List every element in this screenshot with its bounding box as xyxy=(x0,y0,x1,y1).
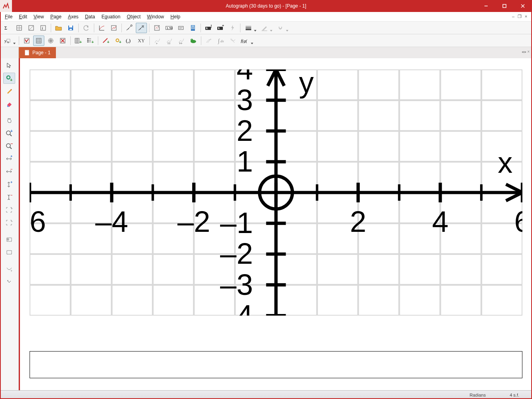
svg-text:+: + xyxy=(10,130,13,133)
whiteboard-button[interactable]: i xyxy=(38,23,49,33)
tab-prev[interactable]: ◂ xyxy=(522,49,524,54)
svg-text:1.50: 1.50 xyxy=(167,26,173,30)
zoom-in-y-tool[interactable]: + xyxy=(3,179,15,190)
grouped-data-button[interactable]: + xyxy=(85,36,96,46)
rect-select-tool[interactable] xyxy=(3,234,15,245)
maximize-button[interactable] xyxy=(495,0,514,12)
keyboard-preferences-button[interactable]: k xyxy=(215,23,226,33)
add-point-button[interactable]: + xyxy=(112,36,123,46)
vector-tool[interactable]: + xyxy=(3,263,15,275)
point-tool[interactable]: + xyxy=(3,73,15,84)
svg-text:6: 6 xyxy=(514,205,522,238)
menu-edit[interactable]: Edit xyxy=(16,13,30,20)
zoom-out-x-tool[interactable]: − xyxy=(3,166,15,177)
svg-text:π: π xyxy=(142,24,144,28)
newton-raphson-button[interactable] xyxy=(227,36,238,46)
scribble-tool[interactable] xyxy=(3,85,15,97)
text-box-button[interactable] xyxy=(175,23,187,33)
svg-text:–2: –2 xyxy=(220,237,253,270)
svg-text:dx: dx xyxy=(220,39,224,43)
svg-line-9 xyxy=(29,26,34,30)
add-coordinates-button[interactable]: (,) xyxy=(124,36,135,46)
tab-close[interactable]: × xyxy=(527,49,530,54)
add-equation-button[interactable]: + xyxy=(100,36,111,46)
equation-input-box[interactable] xyxy=(30,351,522,378)
fill-color-dropdown[interactable] xyxy=(274,23,290,33)
drag-tool[interactable] xyxy=(3,115,15,126)
zoom-out-tool[interactable]: − xyxy=(3,140,15,152)
new-1d-page-button[interactable]: Σ xyxy=(2,23,13,33)
menu-data[interactable]: Data xyxy=(82,13,98,20)
svg-point-70 xyxy=(87,41,89,42)
menu-help[interactable]: Help xyxy=(167,13,184,20)
slow-plot-speed-button[interactable] xyxy=(188,36,199,46)
xy-dataset-button[interactable]: XY xyxy=(136,36,147,46)
open-button[interactable] xyxy=(53,23,64,33)
radians-button[interactable]: π xyxy=(136,23,147,33)
menu-page[interactable]: Page xyxy=(47,13,65,20)
gradient-button[interactable] xyxy=(203,36,214,46)
animation-pause-button[interactable] xyxy=(164,36,175,46)
svg-rect-108 xyxy=(7,251,12,254)
svg-text:+: + xyxy=(10,77,12,82)
page-tab[interactable]: Page - 1 xyxy=(19,47,56,58)
undo-button[interactable] xyxy=(81,23,92,33)
calculator-button[interactable] xyxy=(187,23,199,33)
slow-plot-button[interactable] xyxy=(151,23,163,33)
more-tools[interactable] xyxy=(3,276,15,287)
mdi-close[interactable]: × xyxy=(523,14,529,19)
zoom-in-x-tool[interactable]: + xyxy=(3,153,15,164)
menu-view[interactable]: View xyxy=(30,13,47,20)
svg-rect-10 xyxy=(41,26,46,30)
line-thickness-dropdown[interactable] xyxy=(242,23,258,33)
svg-text:+: + xyxy=(107,40,109,44)
svg-rect-106 xyxy=(7,238,12,241)
new-2d-page-button[interactable] xyxy=(14,23,25,33)
graph-plot[interactable]: –6–4–2246–4–3–2–11234xy xyxy=(30,69,522,316)
menu-file[interactable]: File xyxy=(2,13,16,20)
svg-text:XY: XY xyxy=(138,38,145,43)
svg-text:–4: –4 xyxy=(95,205,128,238)
edit-axes-button[interactable] xyxy=(96,23,107,33)
tab-next[interactable]: ▸ xyxy=(524,49,526,54)
animation-ff-button[interactable] xyxy=(176,36,187,46)
mdi-restore[interactable]: ❐ xyxy=(517,14,522,19)
marquee-select-tool[interactable] xyxy=(3,247,15,258)
svg-text:−: − xyxy=(11,219,13,223)
menu-window[interactable]: Window xyxy=(144,13,167,20)
default-scales-button[interactable] xyxy=(108,23,119,33)
canvas[interactable]: –6–4–2246–4–3–2–11234xy xyxy=(19,58,532,390)
zoom-selection-out-tool[interactable]: − xyxy=(3,217,15,228)
mdi-minimize[interactable]: – xyxy=(510,14,516,19)
zoom-in-tool[interactable]: + xyxy=(3,128,15,139)
svg-rect-78 xyxy=(169,42,170,44)
menu-axes[interactable]: Axes xyxy=(65,13,82,20)
polar-grid-button[interactable] xyxy=(45,36,56,46)
keyboard-button[interactable]: k xyxy=(203,23,214,33)
equal-aspect-dropdown[interactable]: yx xyxy=(2,36,17,46)
function-definitions-dropdown[interactable]: f(g( xyxy=(239,36,254,46)
show-key-button[interactable] xyxy=(21,36,32,46)
zoom-out-y-tool[interactable]: − xyxy=(3,192,15,203)
save-button[interactable] xyxy=(65,23,76,33)
constant-controller-button[interactable]: 1.50 xyxy=(163,23,175,33)
raw-data-button[interactable]: + xyxy=(73,36,84,46)
svg-rect-21 xyxy=(179,26,183,30)
flash-button[interactable] xyxy=(227,23,238,33)
menu-object[interactable]: Object xyxy=(123,13,144,20)
new-3d-page-button[interactable] xyxy=(26,23,37,33)
zoom-selection-in-tool[interactable]: + xyxy=(3,204,15,215)
delete-objects-button[interactable] xyxy=(57,36,68,46)
close-button[interactable] xyxy=(514,0,532,12)
draw-color-dropdown[interactable] xyxy=(258,23,274,33)
minimize-button[interactable] xyxy=(477,0,495,12)
degrees-button[interactable] xyxy=(124,23,135,33)
animation-play-button[interactable] xyxy=(152,36,163,46)
svg-text:i: i xyxy=(42,26,43,30)
grid-button[interactable] xyxy=(33,36,44,46)
integral-button[interactable]: ∫dx xyxy=(215,36,226,46)
eraser-tool[interactable] xyxy=(3,98,15,109)
menu-equation[interactable]: Equation xyxy=(98,13,123,20)
select-tool[interactable] xyxy=(3,60,15,71)
menubar: File Edit View Page Axes Data Equation O… xyxy=(0,12,532,22)
